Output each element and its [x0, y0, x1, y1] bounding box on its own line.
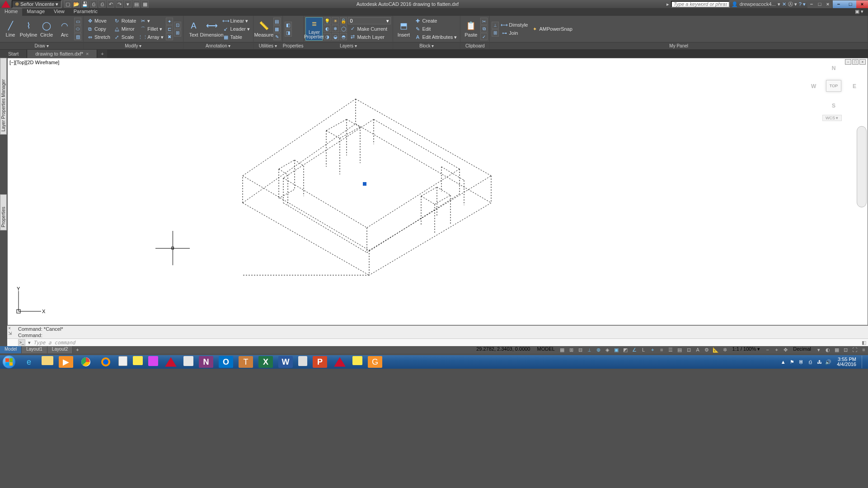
layout-model[interactable]: Model: [0, 346, 22, 353]
util2-icon[interactable]: ▦: [273, 25, 281, 33]
layer-properties-button[interactable]: ≡Layer Properties: [305, 17, 323, 41]
mp2-icon[interactable]: ⊞: [492, 29, 499, 37]
util1-icon[interactable]: ▤: [273, 18, 281, 25]
mp1-icon[interactable]: ⟂: [492, 22, 499, 29]
arc-button[interactable]: ◠Arc: [56, 17, 73, 41]
units-dd[interactable]: ▾: [814, 346, 823, 353]
grid-toggle[interactable]: ▦: [558, 346, 567, 353]
ribbon-collapse-icon[interactable]: ▣ ▾: [850, 8, 868, 16]
qat-btn1[interactable]: ▤: [133, 0, 140, 8]
ampowersnap-button[interactable]: ✦AMPowerSnap: [530, 25, 573, 33]
copy-clip-icon[interactable]: ⧉: [480, 25, 488, 33]
drawing-area[interactable]: [−][Top][2D Wireframe] − □ ×: [7, 58, 868, 325]
layout-1[interactable]: Layout1: [22, 346, 47, 353]
layer-bulb-icon[interactable]: 💡: [324, 17, 331, 24]
show-desktop-button[interactable]: [862, 356, 865, 368]
edit-block-button[interactable]: ✎Edit: [413, 25, 458, 33]
status-extra1[interactable]: ◐: [823, 346, 832, 353]
origin-grip[interactable]: [363, 182, 366, 186]
tab-parametric[interactable]: Parametric: [69, 8, 102, 16]
taskbar-outlook-icon[interactable]: O: [219, 356, 233, 368]
taskbar-firefox-icon[interactable]: [99, 356, 113, 368]
ellipse-icon[interactable]: ⬭: [74, 25, 81, 33]
viewcube-s[interactable]: S: [832, 103, 835, 109]
insert-button[interactable]: ⬒Insert: [395, 17, 412, 41]
taskbar-word-icon[interactable]: W: [278, 356, 293, 368]
tray-up-icon[interactable]: ▲: [780, 359, 786, 365]
ducs-toggle[interactable]: L: [639, 346, 648, 353]
dimstyle-button[interactable]: ⟷Dimstyle: [500, 21, 529, 29]
rectangle-icon[interactable]: ▭: [74, 18, 81, 25]
workspace-switcher[interactable]: ✲ Señor Vincente ▾: [12, 0, 61, 8]
anno-vis-toggle[interactable]: A: [693, 346, 702, 353]
user-area[interactable]: 👤 drewpeacock4... ▾ ✕ Ⓐ ▾ ? ▾: [732, 1, 806, 8]
rotate-button[interactable]: ↻Rotate: [113, 17, 137, 25]
iso-toggle[interactable]: ◈: [603, 346, 612, 353]
dimension-button[interactable]: ⟷Dimension: [203, 17, 221, 41]
prop2-icon[interactable]: ◨: [285, 29, 292, 37]
table-button[interactable]: ▦Table: [221, 33, 251, 41]
dyn-toggle[interactable]: +: [648, 346, 657, 353]
close-tab-icon[interactable]: ×: [86, 51, 89, 56]
snap-toggle[interactable]: ⊞: [567, 346, 576, 353]
start-button[interactable]: [0, 355, 18, 369]
layer-un2-icon[interactable]: ◒: [332, 33, 339, 40]
taskbar-calc-icon[interactable]: [118, 356, 127, 366]
taskbar-autocad2-icon[interactable]: [333, 356, 347, 368]
copy-button[interactable]: ⧉Copy: [85, 25, 112, 33]
command-input[interactable]: Type a command: [33, 340, 859, 346]
tray-flag-icon[interactable]: ⚑: [789, 359, 795, 365]
prop1-icon[interactable]: ◧: [285, 22, 292, 29]
zoom-in-button[interactable]: +: [772, 346, 781, 353]
taskbar-excel-icon[interactable]: X: [258, 356, 273, 368]
linear-button[interactable]: ⟷Linear▾: [221, 17, 251, 25]
anno-auto-toggle[interactable]: ⚙: [702, 346, 711, 353]
mirror-button[interactable]: ⧋Mirror: [113, 25, 137, 33]
panel-draw-title[interactable]: Draw ▾: [0, 42, 83, 49]
tray-shield-icon[interactable]: ⛨: [798, 359, 804, 365]
status-scale[interactable]: 1:1 / 100% ▾: [729, 346, 763, 353]
tab-manage[interactable]: Manage: [22, 8, 49, 16]
mdi-minimize-icon[interactable]: −: [807, 0, 816, 8]
undo-icon[interactable]: ↶: [107, 0, 114, 8]
status-extra2[interactable]: ▦: [832, 346, 841, 353]
qat-more-icon[interactable]: ▾: [124, 0, 131, 8]
3dosnap-toggle[interactable]: ◩: [621, 346, 630, 353]
window-close-button[interactable]: ×: [856, 0, 868, 8]
viewcube-wcs[interactable]: WCS ▾: [822, 115, 842, 121]
layer-un1-icon[interactable]: ◑: [324, 33, 331, 40]
app-icon[interactable]: [1, 0, 10, 8]
ucs-icon[interactable]: X Y: [14, 289, 46, 317]
system-clock[interactable]: 3:55 PM 4/4/2016: [834, 357, 859, 367]
status-units[interactable]: Decimal: [790, 346, 814, 353]
taskbar-app1-icon[interactable]: [148, 356, 158, 366]
tab-view[interactable]: View: [49, 8, 69, 16]
taskbar-media-icon[interactable]: ▶: [59, 356, 73, 368]
cmd-recent-icon[interactable]: ◧: [862, 340, 866, 346]
layer-lock-icon[interactable]: 🔓: [340, 17, 347, 24]
open-icon[interactable]: 📂: [73, 0, 80, 8]
tab-start[interactable]: Start: [0, 50, 27, 58]
status-space[interactable]: MODEL: [534, 346, 557, 353]
tray-volume-icon[interactable]: 🔊: [825, 359, 831, 365]
util3-icon[interactable]: ✎: [273, 33, 281, 40]
measure-button[interactable]: 📏Measure: [255, 17, 272, 41]
layer-off-icon[interactable]: ◯: [340, 25, 347, 32]
viewcube-n[interactable]: N: [832, 65, 836, 71]
viewcube-top[interactable]: TOP: [826, 80, 841, 92]
layer-un3-icon[interactable]: ◓: [340, 33, 347, 40]
panel-properties-title[interactable]: Properties: [283, 42, 304, 49]
tab-home[interactable]: Home: [0, 8, 22, 16]
navigation-bar[interactable]: [857, 126, 867, 207]
command-prompt-icon[interactable]: >_: [18, 339, 25, 346]
array-button[interactable]: ⋮⋮Array▾: [138, 33, 164, 41]
infer-toggle[interactable]: ⊟: [576, 346, 585, 353]
tray-printer-icon[interactable]: ⎙: [807, 359, 813, 365]
tab-file[interactable]: drawing to flatten.dxf*×: [27, 50, 97, 58]
plot-icon[interactable]: ⎙: [99, 0, 106, 8]
make-current-button[interactable]: ✓Make Current: [348, 25, 389, 33]
qp-toggle[interactable]: ▤: [675, 346, 684, 353]
scale-button[interactable]: ⤢Scale: [113, 33, 137, 41]
zoom-out-button[interactable]: −: [763, 346, 772, 353]
taskbar-autocad-icon[interactable]: [164, 356, 178, 368]
